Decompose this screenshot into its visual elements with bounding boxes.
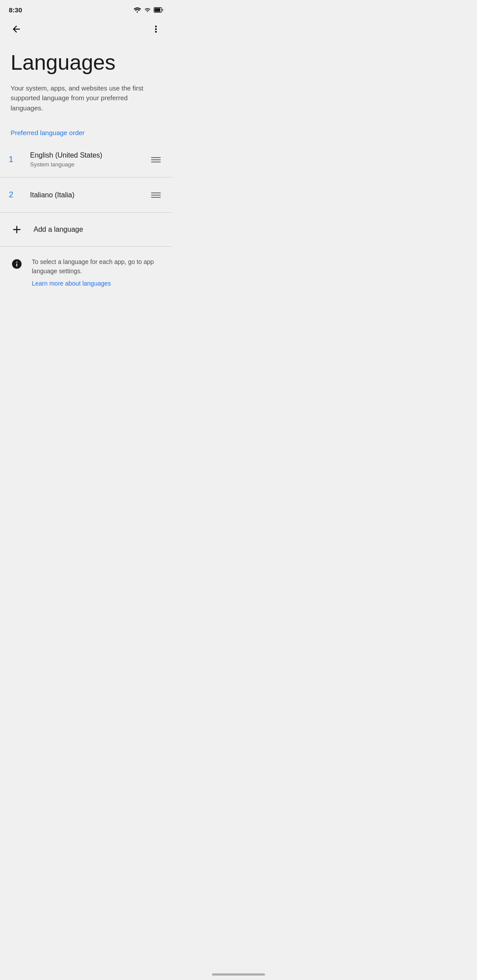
- section-title: Preferred language order: [11, 129, 85, 136]
- language-info-1: English (United States) System language: [30, 151, 148, 168]
- top-bar: [0, 18, 172, 41]
- section-header: Preferred language order: [0, 120, 172, 140]
- add-language-button[interactable]: Add a language: [0, 213, 172, 247]
- more-vertical-icon: [151, 24, 161, 34]
- page-title: Languages: [11, 51, 162, 75]
- svg-rect-1: [155, 8, 160, 12]
- status-time: 8:30: [9, 6, 22, 14]
- language-number-1: 1: [9, 155, 23, 164]
- page-description: Your system, apps, and websites use the …: [11, 83, 162, 113]
- info-icon: [11, 258, 23, 270]
- learn-more-link[interactable]: Learn more about languages: [32, 280, 111, 287]
- page-header: Languages Your system, apps, and website…: [0, 41, 172, 120]
- svg-rect-2: [162, 9, 163, 11]
- add-language-label: Add a language: [34, 226, 83, 234]
- add-icon: [9, 222, 25, 237]
- language-item-2[interactable]: 2 Italiano (Italia): [0, 177, 172, 213]
- drag-handle-1[interactable]: [148, 155, 163, 165]
- signal-icon: [144, 7, 151, 13]
- wifi-icon: [133, 7, 141, 13]
- info-description: To select a language for each app, go to…: [32, 257, 163, 276]
- language-list: 1 English (United States) System languag…: [0, 142, 172, 247]
- status-icons: [133, 7, 163, 13]
- language-number-2: 2: [9, 190, 23, 200]
- language-name-2: Italiano (Italia): [30, 191, 148, 199]
- drag-handle-2[interactable]: [148, 190, 163, 200]
- language-info-2: Italiano (Italia): [30, 191, 148, 199]
- status-bar: 8:30: [0, 0, 172, 18]
- language-name-1: English (United States): [30, 151, 148, 159]
- back-arrow-icon: [11, 24, 22, 34]
- language-item-1[interactable]: 1 English (United States) System languag…: [0, 142, 172, 177]
- info-text: To select a language for each app, go to…: [32, 257, 163, 287]
- more-options-button[interactable]: [147, 20, 165, 38]
- battery-icon: [154, 7, 163, 13]
- back-button[interactable]: [7, 20, 26, 38]
- info-section: To select a language for each app, go to…: [0, 247, 172, 298]
- language-subtitle-1: System language: [30, 161, 148, 168]
- info-icon-container: [9, 257, 25, 273]
